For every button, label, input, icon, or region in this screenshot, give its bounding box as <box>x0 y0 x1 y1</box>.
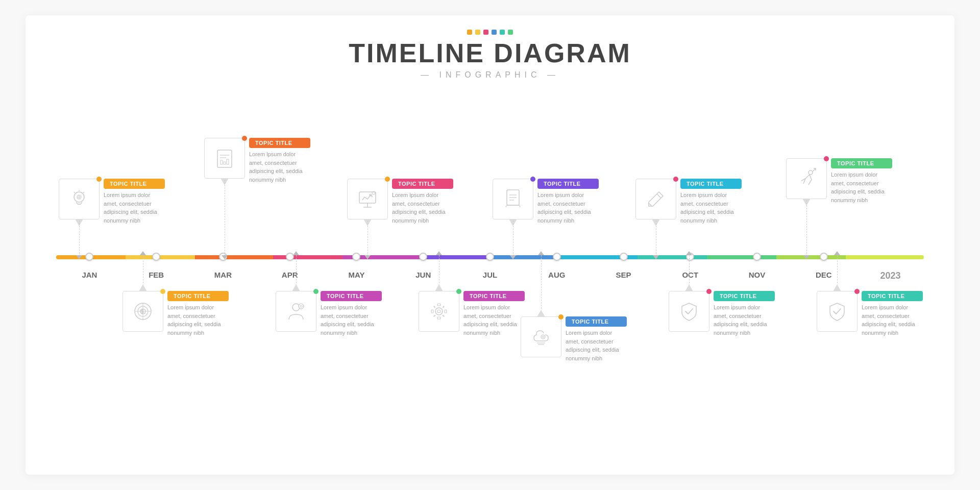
icon-box-jun <box>419 291 459 332</box>
cloud-gear-icon <box>530 326 552 348</box>
badge-jul: TOPIC TITLE <box>537 179 599 189</box>
dashed-jul <box>513 220 513 256</box>
dot-blue <box>492 30 497 35</box>
svg-rect-38 <box>437 317 440 319</box>
arrow-jul <box>510 255 516 259</box>
card-sep-above: TOPIC TITLE Lorem ipsum dolor amet, cons… <box>635 179 742 225</box>
dashed-feb <box>143 255 143 286</box>
badge-dec: TOPIC TITLE <box>862 291 923 301</box>
dashed-oct <box>689 255 690 286</box>
card-mar-above: TOPIC TITLE Lorem ipsum dolor amet, cons… <box>204 138 310 184</box>
month-jul: JUL <box>457 265 524 281</box>
dashed-sep <box>656 220 656 256</box>
tl-dot-sep <box>620 253 628 261</box>
runner-icon <box>795 167 818 190</box>
card-may-above: TOPIC TITLE Lorem ipsum dolor amet, cons… <box>347 179 453 225</box>
dashed-may <box>368 220 368 256</box>
dot-jun <box>456 289 461 294</box>
badge-jan: TOPIC TITLE <box>104 179 165 189</box>
icon-box-oct <box>669 291 709 332</box>
lightbulb-icon <box>68 188 90 210</box>
svg-line-24 <box>650 204 651 205</box>
badge-mar: TOPIC TITLE <box>249 138 310 148</box>
month-labels: JAN FEB MAR APR MAY JUN JUL AUG SEP OCT … <box>56 265 924 281</box>
text-apr: Lorem ipsum dolor amet, consectetuer adi… <box>321 303 382 337</box>
badge-feb: TOPIC TITLE <box>167 291 229 301</box>
target-icon: $ <box>132 300 154 323</box>
icon-box-dec <box>817 291 857 332</box>
header-dots <box>26 30 954 35</box>
arrow-oct <box>686 251 692 255</box>
page-title: TIMELINE DIAGRAM <box>26 38 954 68</box>
card-apr-below: TOPIC TITLE Lorem ipsum dolor amet, cons… <box>276 286 382 337</box>
icon-box-sep <box>635 179 676 219</box>
text-jul: Lorem ipsum dolor amet, consectetuer adi… <box>537 191 599 225</box>
month-aug: AUG <box>523 265 590 281</box>
svg-text:$: $ <box>141 309 144 314</box>
infographic-canvas: TIMELINE DIAGRAM INFOGRAPHIC JAN FEB MAR… <box>26 15 954 475</box>
tl-dot-nov <box>753 253 761 261</box>
svg-rect-37 <box>437 304 440 306</box>
month-feb: FEB <box>123 265 190 281</box>
dot-green <box>508 30 513 35</box>
svg-rect-8 <box>217 150 232 167</box>
card-jun-below: TOPIC TITLE Lorem ipsum dolor amet, cons… <box>419 286 525 337</box>
dashed-dec <box>837 255 838 286</box>
shield-check-icon <box>678 300 700 323</box>
text-dec: Lorem ipsum dolor amet, consectetuer adi… <box>862 303 923 337</box>
dot-nov <box>824 156 829 161</box>
arrow-mar <box>222 255 228 259</box>
text-jan: Lorem ipsum dolor amet, consectetuer adi… <box>104 191 165 225</box>
icon-box-feb: $ <box>122 291 163 332</box>
icon-box-mar <box>204 138 245 179</box>
dashed-jun <box>439 255 439 286</box>
badge-apr: TOPIC TITLE <box>321 291 382 301</box>
svg-rect-40 <box>445 310 447 313</box>
icon-box-nov <box>786 158 827 199</box>
icon-box-jan <box>59 179 100 219</box>
svg-point-25 <box>808 170 813 175</box>
text-aug: Lorem ipsum dolor amet, consectetuer adi… <box>566 329 627 362</box>
card-nov-above: TOPIC TITLE Lorem ipsum dolor amet, cons… <box>786 158 892 204</box>
svg-rect-14 <box>359 192 376 203</box>
dot-jan <box>96 177 102 182</box>
month-oct: OCT <box>657 265 724 281</box>
tl-dot-dec <box>820 253 828 261</box>
text-may: Lorem ipsum dolor amet, consectetuer adi… <box>392 191 453 225</box>
card-oct-below: TOPIC TITLE Lorem ipsum dolor amet, cons… <box>669 286 775 337</box>
arrow-jun <box>436 251 442 255</box>
badge-nov: TOPIC TITLE <box>831 158 892 168</box>
dot-feb <box>160 289 165 294</box>
svg-rect-39 <box>431 310 433 313</box>
arrow-feb <box>140 251 146 255</box>
card-jul-above: TOPIC TITLE Lorem ipsum dolor amet, cons… <box>493 179 599 225</box>
tl-dot-may <box>352 253 360 261</box>
svg-point-43 <box>541 335 545 339</box>
month-jun: JUN <box>390 265 457 281</box>
dashed-apr <box>296 255 297 286</box>
month-may: MAY <box>323 265 390 281</box>
badge-jun: TOPIC TITLE <box>463 291 525 301</box>
arrow-apr <box>293 251 299 255</box>
dot-dec <box>854 289 860 294</box>
presentation-icon <box>356 188 379 210</box>
dashed-mar <box>225 180 225 256</box>
badge-aug: TOPIC TITLE <box>566 316 627 327</box>
svg-line-4 <box>74 192 75 193</box>
arrow-sep <box>653 255 659 259</box>
year-label: 2023 <box>857 265 924 281</box>
icon-box-jul <box>493 179 533 219</box>
tl-dot-feb <box>152 253 160 261</box>
svg-point-35 <box>435 308 443 315</box>
header: TIMELINE DIAGRAM INFOGRAPHIC <box>26 15 954 80</box>
timeline-area: JAN FEB MAR APR MAY JUN JUL AUG SEP OCT … <box>56 97 924 454</box>
dot-sep <box>673 177 678 182</box>
dot-may <box>385 177 390 182</box>
arrow-dec <box>834 251 840 255</box>
month-dec: DEC <box>790 265 857 281</box>
icon-box-may <box>347 179 388 219</box>
dashed-jan <box>79 220 80 256</box>
dot-yellow <box>475 30 480 35</box>
page-subtitle: INFOGRAPHIC <box>26 70 954 80</box>
arrow-jan <box>76 255 82 259</box>
